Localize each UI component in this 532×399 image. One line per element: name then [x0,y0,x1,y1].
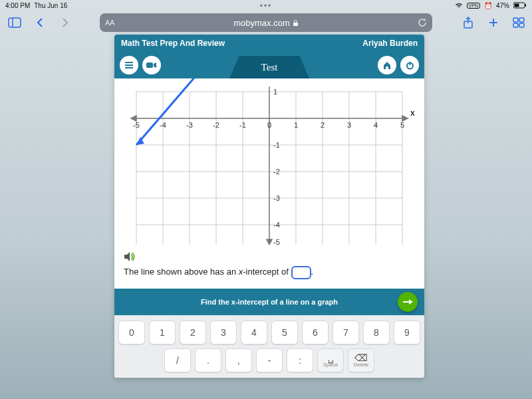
svg-text:-1: -1 [273,141,280,149]
lock-icon [293,19,299,27]
tabs-icon[interactable] [509,13,528,32]
test-tab: Test [229,56,309,78]
key-delete[interactable]: ⌫Delete [348,348,374,372]
svg-text:x: x [410,108,415,118]
back-icon[interactable] [31,13,49,32]
power-button[interactable] [400,56,419,74]
menu-button[interactable] [120,56,138,74]
svg-text:-4: -4 [273,221,280,229]
app-card: Math Test Prep And Review Ariyah Burden … [114,35,424,378]
svg-rect-18 [146,63,153,68]
svg-rect-5 [293,23,298,26]
status-time: 4:00 PM [5,2,30,9]
video-button[interactable] [142,56,161,74]
keyboard-row-2: / . , - : ␣Space ⌫Delete [164,348,374,372]
key-0[interactable]: 0 [118,321,145,344]
text-size-icon[interactable]: AA [105,19,115,27]
multitask-dots[interactable]: ••• [260,1,273,11]
svg-text:0: 0 [267,121,271,129]
svg-rect-2 [525,4,527,7]
instruction-text: Find the x-intercept of a line on a grap… [201,298,338,306]
question-text: The line shown above has an x-intercept … [124,266,415,279]
key-8[interactable]: 8 [363,321,390,344]
svg-text:3: 3 [347,121,351,129]
key-comma[interactable]: , [225,348,252,372]
key-3[interactable]: 3 [210,321,237,344]
svg-rect-1 [515,4,519,7]
key-9[interactable]: 9 [394,321,420,344]
address-host: mobymax.com [233,18,290,28]
svg-rect-13 [513,23,518,27]
svg-marker-40 [402,116,408,121]
svg-marker-43 [267,239,272,245]
vpn-badge: VPN [467,3,480,9]
key-1[interactable]: 1 [149,321,176,344]
audio-button[interactable] [124,251,415,262]
key-6[interactable]: 6 [302,321,329,344]
svg-rect-14 [519,23,524,27]
svg-text:-2: -2 [213,121,219,129]
svg-text:-3: -3 [273,194,280,202]
new-tab-icon[interactable] [484,13,503,32]
reload-icon[interactable] [418,18,427,27]
app-toolbar: Test [114,52,424,78]
battery-icon [513,2,527,9]
key-period[interactable]: . [195,348,221,372]
svg-text:1: 1 [294,121,298,129]
svg-text:2: 2 [321,121,325,129]
answer-input[interactable] [291,266,311,279]
question-area: The line shown above has an x-intercept … [114,247,424,289]
svg-marker-64 [124,252,130,261]
svg-rect-11 [513,18,518,22]
address-bar[interactable]: AA mobymax.com [100,13,432,32]
svg-text:1: 1 [273,88,277,96]
forward-icon [56,13,74,32]
svg-line-62 [136,78,203,145]
svg-rect-3 [9,18,21,27]
alarm-icon: ⏰ [484,2,492,9]
svg-text:-5: -5 [133,121,140,129]
coordinate-graph: x -5-4-3 -2-10 123 45 1 -1 -2 -3 -4 -5 [121,78,418,245]
graph-panel: x -5-4-3 -2-10 123 45 1 -1 -2 -3 -4 -5 [114,78,424,247]
key-space[interactable]: ␣Space [317,348,344,372]
on-screen-keyboard: 0 1 2 3 4 5 6 7 8 9 / . , - : ␣Space ⌫De… [114,315,424,378]
svg-marker-66 [409,299,413,305]
home-button[interactable] [378,56,396,74]
key-2[interactable]: 2 [180,321,206,344]
svg-marker-19 [154,63,156,68]
instruction-bar: Find the x-intercept of a line on a grap… [114,289,424,315]
battery-pct: 47% [496,2,509,9]
svg-text:-1: -1 [239,121,246,129]
keyboard-row-1: 0 1 2 3 4 5 6 7 8 9 [118,321,420,344]
share-icon[interactable] [459,13,477,32]
key-colon[interactable]: : [287,348,313,372]
svg-text:-3: -3 [186,121,193,129]
key-minus[interactable]: - [256,348,283,372]
svg-marker-6 [424,19,426,21]
app-header: Math Test Prep And Review Ariyah Burden [114,35,424,52]
safari-toolbar: AA mobymax.com [0,11,532,35]
svg-text:-4: -4 [160,121,166,129]
key-5[interactable]: 5 [271,321,298,344]
key-7[interactable]: 7 [332,321,359,344]
ipad-status-bar: 4:00 PM Thu Jun 16 ••• VPN ⏰ 47% [0,0,532,11]
submit-button[interactable] [398,292,418,312]
svg-text:-2: -2 [273,168,280,176]
wifi-icon [455,2,463,9]
svg-marker-41 [131,116,136,121]
svg-text:4: 4 [374,121,378,129]
key-4[interactable]: 4 [241,321,267,344]
svg-text:5: 5 [400,121,404,129]
svg-text:-5: -5 [273,238,280,245]
svg-rect-12 [519,18,524,22]
key-slash[interactable]: / [164,348,191,372]
student-name: Ariyah Burden [362,39,418,48]
course-title: Math Test Prep And Review [121,39,225,48]
status-date: Thu Jun 16 [34,2,67,9]
sidebar-icon[interactable] [5,13,24,32]
